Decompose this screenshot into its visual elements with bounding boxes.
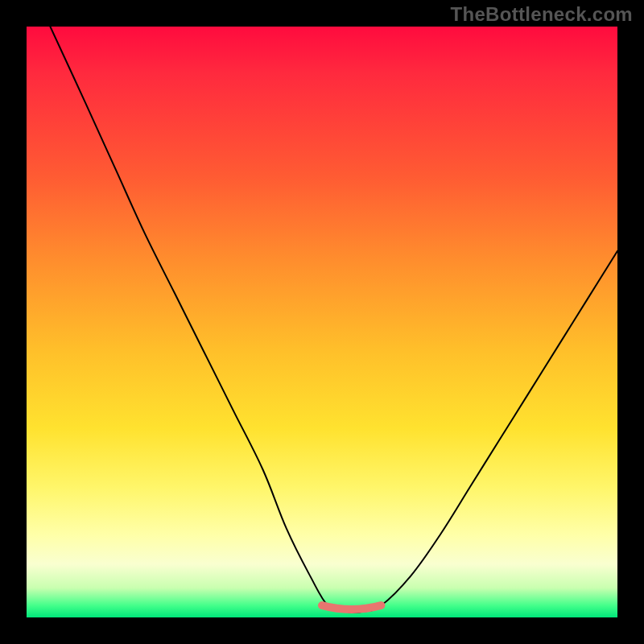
trough-marker [322,605,381,609]
chart-frame: TheBottleneck.com [0,0,644,644]
bottleneck-curve [27,27,617,617]
curve-path [50,27,617,613]
watermark-text: TheBottleneck.com [451,3,633,26]
plot-area [27,27,617,617]
